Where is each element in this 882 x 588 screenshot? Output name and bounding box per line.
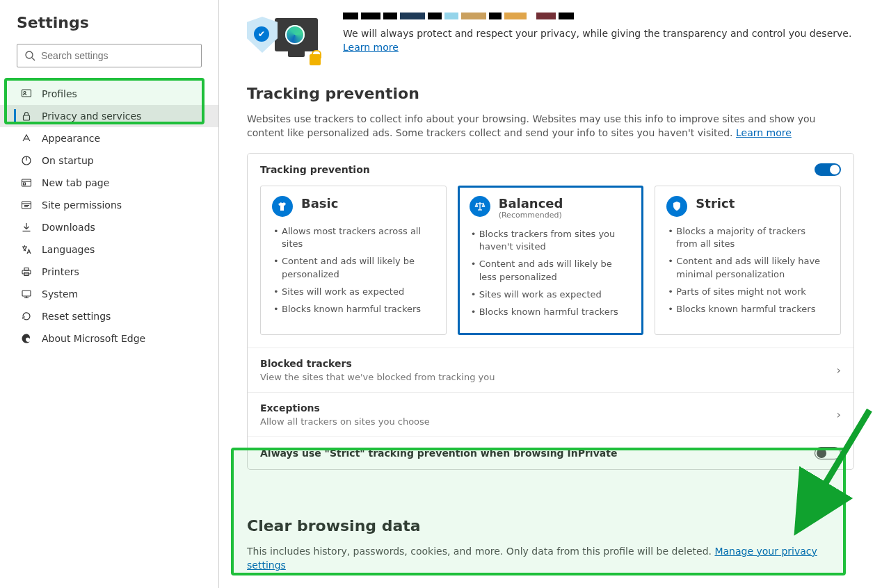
- sidebar-item-label: Privacy and services: [42, 111, 141, 122]
- tracking-level-strict[interactable]: Strict Blocks a majority of trackers fro…: [655, 186, 841, 335]
- blocked-trackers-row[interactable]: Blocked trackers View the sites that we'…: [248, 348, 853, 392]
- row-title: Exceptions: [260, 402, 837, 414]
- sidebar-item-reset[interactable]: Reset settings: [0, 305, 218, 327]
- power-icon: [21, 155, 32, 166]
- sidebar-item-newtab[interactable]: New tab page: [0, 172, 218, 194]
- sidebar-item-system[interactable]: System: [0, 283, 218, 305]
- sidebar-item-languages[interactable]: Languages: [0, 238, 218, 261]
- tracking-description: Websites use trackers to collect info ab…: [247, 112, 854, 140]
- row-subtitle: View the sites that we've blocked from t…: [260, 372, 837, 382]
- hero-description: We will always protect and respect your …: [343, 26, 854, 55]
- tshirt-icon: [272, 196, 293, 217]
- appearance-icon: [21, 133, 32, 144]
- row-title: Always use "Strict" tracking prevention …: [260, 448, 617, 459]
- sidebar: Settings Profiles Privacy and services A…: [0, 0, 219, 588]
- exceptions-row[interactable]: Exceptions Allow all trackers on sites y…: [248, 392, 853, 436]
- level-title: Strict: [696, 196, 735, 211]
- language-icon: [21, 244, 32, 255]
- privacy-illustration: [247, 13, 323, 63]
- sidebar-item-label: New tab page: [42, 177, 109, 188]
- level-title: Balanced: [499, 196, 563, 211]
- sidebar-item-label: On startup: [42, 155, 94, 166]
- sidebar-item-label: Downloads: [42, 222, 95, 233]
- content: We will always protect and respect your …: [219, 0, 882, 588]
- newtab-icon: [21, 177, 32, 188]
- svg-point-0: [26, 51, 33, 58]
- sidebar-nav: Profiles Privacy and services Appearance…: [0, 83, 218, 350]
- svg-rect-9: [24, 183, 26, 185]
- sidebar-item-onstartup[interactable]: On startup: [0, 149, 218, 172]
- sidebar-item-label: Printers: [42, 266, 79, 277]
- clear-heading: Clear browsing data: [247, 517, 854, 534]
- inprivate-strict-toggle[interactable]: [815, 447, 841, 459]
- shield-icon: [666, 196, 687, 217]
- permissions-icon: [21, 199, 32, 211]
- search-input[interactable]: [41, 50, 194, 61]
- svg-line-1: [32, 58, 35, 60]
- svg-rect-2: [22, 90, 31, 97]
- edge-icon: [21, 333, 32, 344]
- sidebar-item-label: Reset settings: [42, 311, 111, 322]
- hero-learn-more-link[interactable]: Learn more: [343, 42, 399, 53]
- level-bullets: Blocks trackers from sites you haven't v…: [470, 228, 632, 319]
- tracking-toggle[interactable]: [815, 163, 841, 176]
- chevron-right-icon: ›: [837, 364, 841, 377]
- svg-rect-17: [22, 291, 31, 296]
- tracking-heading: Tracking prevention: [247, 85, 854, 102]
- page-title: Settings: [0, 14, 218, 44]
- tracking-toggle-label: Tracking prevention: [260, 164, 370, 175]
- tracking-level-basic[interactable]: Basic Allows most trackers across all si…: [260, 186, 447, 335]
- inprivate-strict-row: Always use "Strict" tracking prevention …: [248, 436, 853, 469]
- download-icon: [21, 222, 32, 233]
- row-subtitle: Allow all trackers on sites you choose: [260, 416, 837, 427]
- system-icon: [21, 288, 32, 300]
- chevron-right-icon: ›: [837, 408, 841, 421]
- sidebar-item-profiles[interactable]: Profiles: [0, 83, 218, 105]
- tracking-level-balanced[interactable]: Balanced (Recommended) Blocks trackers f…: [458, 186, 644, 335]
- sidebar-item-label: Appearance: [42, 133, 100, 144]
- sidebar-item-privacy[interactable]: Privacy and services: [0, 105, 218, 127]
- sidebar-item-label: Languages: [42, 244, 95, 255]
- reset-icon: [21, 311, 32, 322]
- balance-icon: [470, 196, 490, 217]
- sidebar-item-about[interactable]: About Microsoft Edge: [0, 327, 218, 350]
- sidebar-item-downloads[interactable]: Downloads: [0, 216, 218, 238]
- sidebar-item-appearance[interactable]: Appearance: [0, 127, 218, 149]
- search-icon: [24, 50, 35, 61]
- search-box[interactable]: [17, 44, 202, 67]
- printer-icon: [21, 266, 32, 277]
- level-title: Basic: [301, 196, 338, 211]
- level-recommended: (Recommended): [499, 211, 563, 220]
- sidebar-item-label: About Microsoft Edge: [42, 333, 145, 344]
- level-bullets: Blocks a majority of trackers from all s…: [666, 225, 829, 316]
- level-bullets: Allows most trackers across all sites Co…: [272, 225, 435, 316]
- tracking-card: Tracking prevention Basic Allows most tr…: [247, 153, 854, 470]
- sidebar-item-permissions[interactable]: Site permissions: [0, 194, 218, 216]
- redacted-heading: [343, 13, 854, 19]
- sidebar-item-printers[interactable]: Printers: [0, 261, 218, 283]
- privacy-hero: We will always protect and respect your …: [219, 0, 882, 76]
- svg-rect-15: [24, 268, 29, 271]
- tracking-levels: Basic Allows most trackers across all si…: [248, 186, 853, 348]
- svg-rect-4: [24, 115, 30, 120]
- lock-icon: [21, 111, 32, 122]
- clear-description: This includes history, passwords, cookie…: [247, 544, 854, 573]
- sidebar-item-label: System: [42, 288, 78, 300]
- svg-point-3: [24, 92, 26, 94]
- sidebar-item-label: Site permissions: [42, 199, 122, 211]
- profile-icon: [21, 88, 32, 99]
- sidebar-item-label: Profiles: [42, 88, 77, 99]
- row-title: Blocked trackers: [260, 358, 837, 369]
- tracking-learn-more-link[interactable]: Learn more: [736, 127, 792, 138]
- clear-now-row: Clear browsing data now Choose what to c…: [247, 585, 854, 588]
